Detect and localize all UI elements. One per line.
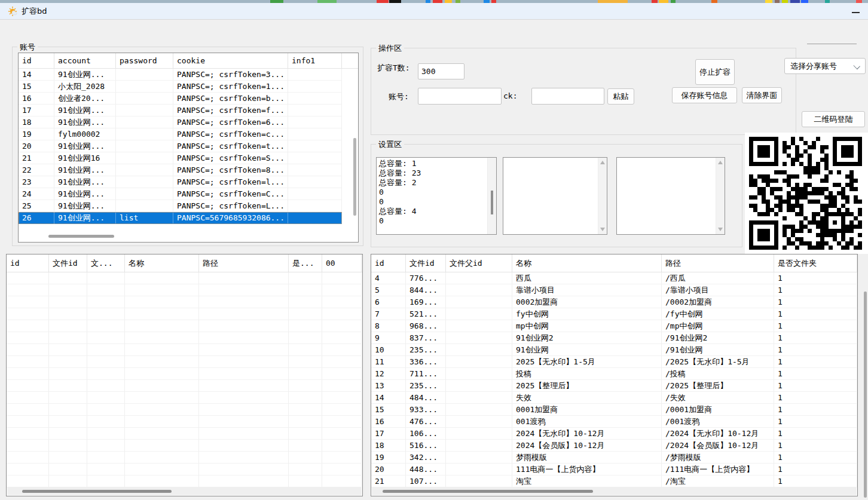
accounts-vertical-scrollbar[interactable]: [353, 138, 356, 216]
table-row[interactable]: [7, 344, 362, 356]
table-row[interactable]: 21107...淘宝/淘宝1: [371, 476, 857, 487]
table-row[interactable]: 6169...0002加盟商/0002加盟商1: [371, 296, 857, 308]
column-header[interactable]: id: [371, 254, 406, 272]
table-row[interactable]: [7, 272, 362, 284]
table-row[interactable]: 2391创业网...PANPSC=; csrfToken=l...: [19, 176, 342, 188]
listbox3-scrollbar[interactable]: [716, 158, 725, 234]
list-item[interactable]: 0: [377, 216, 487, 226]
share-account-select[interactable]: 选择分享账号: [784, 58, 866, 74]
table-row[interactable]: 11336...2025【无水印】1-5月/2025【无水印】1-5月1: [371, 356, 857, 368]
table-row[interactable]: 14484...失效/失效1: [371, 392, 857, 404]
table-row[interactable]: [7, 356, 362, 368]
table-row[interactable]: [7, 464, 362, 476]
table-row[interactable]: [7, 332, 362, 344]
right-files-horizontal-scrollbar[interactable]: [383, 490, 593, 493]
column-header[interactable]: 00: [322, 254, 362, 272]
table-row[interactable]: [7, 440, 362, 452]
column-header[interactable]: 文件id: [49, 254, 87, 272]
column-header[interactable]: password: [116, 53, 173, 68]
window-vertical-scroll-track[interactable]: [863, 254, 868, 500]
column-header[interactable]: cookie: [173, 53, 288, 68]
save-account-button[interactable]: 保存账号信息: [672, 87, 737, 103]
column-header[interactable]: 是...: [289, 254, 322, 272]
table-row[interactable]: 16476...001渡鸦/001渡鸦1: [371, 416, 857, 428]
table-row[interactable]: 2591创业网...PANPSC=; csrfToken=L...: [19, 200, 342, 212]
table-row[interactable]: 15小太阳_2028PANPSC=; csrfToken=1...: [19, 81, 342, 93]
column-header[interactable]: 文件id: [406, 254, 446, 272]
table-row[interactable]: [7, 320, 362, 332]
table-row[interactable]: [7, 308, 362, 320]
table-row[interactable]: 2091创业网...PANPSC=; csrfToken=t...: [19, 140, 342, 152]
account-input[interactable]: [418, 88, 502, 105]
settings-listbox-2[interactable]: [503, 157, 607, 235]
table-row[interactable]: [7, 380, 362, 392]
left-files-horizontal-scrollbar[interactable]: [22, 490, 172, 493]
left-files-hscroll-track[interactable]: [7, 487, 362, 495]
table-row[interactable]: 4776...西瓜/西瓜1: [371, 272, 857, 284]
scroll-up-icon[interactable]: [600, 161, 605, 164]
table-row[interactable]: 1891创业网...PANPSC=; csrfToken=6...: [19, 116, 342, 128]
minimize-button[interactable]: [843, 3, 863, 19]
expand-t-input[interactable]: [418, 63, 464, 79]
list-item[interactable]: 总容量: 1: [377, 159, 487, 168]
list-item[interactable]: 总容量: 2: [377, 178, 487, 188]
column-header[interactable]: info1: [288, 53, 342, 68]
list-item[interactable]: 0: [377, 188, 487, 197]
right-files-hscroll-track[interactable]: [372, 487, 857, 495]
table-row[interactable]: 7521...fy中创网/fy中创网1: [371, 308, 857, 320]
table-row[interactable]: [7, 452, 362, 464]
scroll-up-icon[interactable]: [718, 161, 723, 164]
list-item[interactable]: 总容量: 4: [377, 207, 487, 216]
left-files-table[interactable]: id文件id文...名称路径是...00: [6, 254, 363, 496]
scroll-down-icon[interactable]: [600, 228, 605, 231]
right-files-table[interactable]: id文件id文件父id名称路径是否文件夹 4776...西瓜/西瓜15844..…: [371, 254, 858, 496]
column-header[interactable]: 路径: [199, 254, 289, 272]
table-row[interactable]: [7, 404, 362, 416]
table-row[interactable]: 13235...2025【整理后】/2025【整理后】1: [371, 380, 857, 392]
table-row[interactable]: 2191创业网16PANPSC=; csrfToken=S...: [19, 152, 342, 164]
table-row[interactable]: [7, 476, 362, 487]
stop-expand-button[interactable]: 停止扩容: [695, 59, 735, 85]
column-header[interactable]: id: [7, 254, 49, 272]
column-header[interactable]: id: [19, 53, 54, 68]
table-row[interactable]: 2491创业网...PANPSC=; csrfToken=C...: [19, 188, 342, 200]
accounts-table[interactable]: idaccountpasswordcookieinfo1 1491创业网...P…: [18, 53, 359, 243]
column-header[interactable]: 名称: [512, 254, 662, 272]
list-item[interactable]: 总容量: 23: [377, 168, 487, 178]
table-row[interactable]: 12711...投稿/投稿1: [371, 368, 857, 380]
table-row[interactable]: 8968...mp中创网/mp中创网1: [371, 320, 857, 332]
ck-input[interactable]: [531, 88, 604, 105]
qr-login-button[interactable]: 二维码登陆: [802, 111, 865, 127]
table-row[interactable]: 17106...2024【无水印】10-12月/2024【无水印】10-12月1: [371, 428, 857, 440]
scroll-down-icon[interactable]: [718, 228, 723, 231]
table-row[interactable]: [7, 428, 362, 440]
capacity-list-scrollbar[interactable]: [487, 158, 496, 234]
table-row[interactable]: [7, 392, 362, 404]
column-header[interactable]: 是否文件夹: [774, 254, 857, 272]
accounts-horizontal-scrollbar[interactable]: [48, 235, 114, 238]
table-row[interactable]: 18516...2024【会员版】10-12月/2024【会员版】10-12月1: [371, 440, 857, 452]
clear-ui-button[interactable]: 清除界面: [742, 87, 782, 103]
column-header[interactable]: 名称: [125, 254, 199, 272]
table-row[interactable]: 5844...靠谱小项目/靠谱小项目1: [371, 284, 857, 296]
table-row[interactable]: 10235...91创业网/91创业网1: [371, 344, 857, 356]
capacity-listbox[interactable]: 总容量: 1总容量: 23总容量: 200总容量: 40: [376, 157, 497, 235]
listbox2-scrollbar[interactable]: [598, 158, 607, 234]
settings-listbox-3[interactable]: [616, 157, 725, 235]
table-row[interactable]: [7, 368, 362, 380]
column-header[interactable]: 文件父id: [446, 254, 512, 272]
table-row[interactable]: 9837...91创业网2/91创业网21: [371, 332, 857, 344]
table-row[interactable]: 19fylm00002PANPSC=; csrfToken=c...: [19, 128, 342, 140]
column-header[interactable]: 文...: [87, 254, 125, 272]
column-header[interactable]: 路径: [662, 254, 774, 272]
table-row[interactable]: 20448...111电商一【上货内容】/111电商一【上货内容】1: [371, 464, 857, 476]
table-row[interactable]: 16创业者20...PANPSC=; csrfToken=b...: [19, 93, 342, 105]
scroll-thumb[interactable]: [491, 191, 493, 214]
table-row[interactable]: 2691创业网...listPANPSC=5679685932086...: [19, 212, 342, 224]
table-row[interactable]: [7, 296, 362, 308]
table-row[interactable]: 2291创业网...PANPSC=; csrfToken=8...: [19, 164, 342, 176]
table-row[interactable]: 19342...梦雨模版/梦雨模版1: [371, 452, 857, 464]
table-row[interactable]: 1791创业网...PANPSC=; csrfToken=f...: [19, 105, 342, 116]
table-row[interactable]: 15933...0001加盟商/0001加盟商1: [371, 404, 857, 416]
table-row[interactable]: 1491创业网...PANPSC=; csrfToken=3...: [19, 69, 342, 81]
